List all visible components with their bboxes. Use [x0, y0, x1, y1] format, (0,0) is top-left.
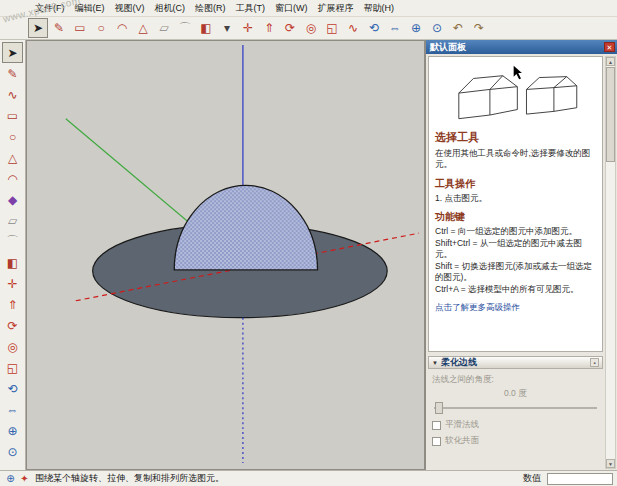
tool-palette: ➤ ✎ ∿ ▭ ○ △ ◠ ◆ ▱ ⌒ ◧ ✛ ⇑ ⟳ ◎ ◱ [0, 40, 26, 470]
menu-bar: 文件(F) 编辑(E) 视图(V) 相机(C) 绘图(R) 工具(T) 窗口(W… [0, 0, 617, 17]
zoom-tool-icon[interactable]: ⊕ [406, 18, 426, 38]
orbit-tool-icon[interactable]: ⟲ [2, 378, 23, 399]
cursor-arrow-icon [514, 66, 522, 80]
instructor-intro: 在使用其他工具或命令时,选择要修改的图元。 [435, 148, 596, 171]
instructor-modifiers-title: 功能键 [435, 210, 596, 224]
soften-edges-body: 法线之间的角度: 0.0 度 平滑法线 软化共面 [428, 369, 603, 447]
scroll-thumb[interactable] [606, 67, 615, 162]
instructor-operations-title: 工具操作 [435, 177, 596, 191]
soften-coplanar-checkbox[interactable] [432, 437, 441, 446]
menu-item[interactable]: 绘图(R) [190, 0, 231, 17]
measurements-input[interactable] [547, 473, 613, 485]
offset-tool-icon[interactable]: ◎ [2, 336, 23, 357]
instructor-tool-title: 选择工具 [435, 130, 596, 145]
line-tool-icon[interactable]: ✎ [49, 18, 69, 38]
dialog-pin-icon[interactable]: ▪ [590, 358, 599, 367]
menu-item[interactable]: 扩展程序 [313, 0, 359, 17]
eraser-tool-icon[interactable]: ▱ [2, 210, 23, 231]
polygon-tool-icon[interactable]: △ [2, 147, 23, 168]
instructor-modifier: Ctrl+A = 选择模型中的所有可见图元。 [435, 284, 596, 295]
dome-face-selected[interactable] [174, 185, 317, 270]
default-tray-panel: 默认面板 ✕ ▲ ▼ [425, 40, 617, 470]
make-component-icon[interactable]: ◆ [2, 189, 23, 210]
status-bar: ⊕ ✦ 围绕某个轴旋转、拉伸、复制和排列所选图元。 数值 [0, 470, 617, 486]
slider-track [434, 407, 597, 409]
scroll-down-icon[interactable]: ▼ [606, 459, 615, 468]
model-canvas[interactable] [27, 41, 424, 469]
pan-tool-icon[interactable]: ⇔ [2, 399, 23, 420]
smooth-normals-label: 平滑法线 [445, 419, 479, 431]
instructor-modifiers: Ctrl = 向一组选定的图元中添加图元。 Shift+Ctrl = 从一组选定… [435, 226, 596, 295]
viewport[interactable] [26, 40, 425, 470]
menu-item[interactable]: 窗口(W) [270, 0, 313, 17]
push-pull-tool-icon[interactable]: ⇑ [259, 18, 279, 38]
soften-edges-header[interactable]: ▼ 柔化边线 ▪ [428, 356, 603, 369]
top-toolbar: ➤ ✎ ▭ ○ ◠ △ ▱ ⌒ ◧ ▾ ✛ ⇑ ⟳ ◎ ◱ ∿ [0, 17, 617, 40]
geolocation-icon[interactable]: ⊕ [4, 472, 17, 485]
menu-item[interactable]: 视图(V) [110, 0, 150, 17]
slider-handle[interactable] [435, 402, 443, 414]
credits-icon[interactable]: ✦ [18, 472, 31, 485]
freehand-tool-icon[interactable]: ∿ [2, 84, 23, 105]
soften-edges-dialog: ▼ 柔化边线 ▪ 法线之间的角度: 0.0 度 平滑法线 [428, 356, 603, 447]
arc-tool-icon[interactable]: ◠ [2, 168, 23, 189]
tray-scrollbar[interactable]: ▲ ▼ [605, 56, 616, 469]
polygon-tool-icon[interactable]: △ [133, 18, 153, 38]
undo-icon[interactable]: ↶ [448, 18, 468, 38]
instructor-modifier: Shift = 切换选择图元(添加或减去一组选定的图元)。 [435, 261, 596, 284]
sketchup-window: www.xp510.com 文件(F) 编辑(E) 视图(V) 相机(C) 绘图… [0, 0, 617, 486]
offset-tool-icon[interactable]: ◎ [301, 18, 321, 38]
status-hint: 围绕某个轴旋转、拉伸、复制和排列所选图元。 [35, 472, 519, 485]
instructor-card: 选择工具 在使用其他工具或命令时,选择要修改的图元。 工具操作 1. 点击图元。… [428, 56, 603, 352]
zoom-tool-icon[interactable]: ⊕ [2, 420, 23, 441]
close-icon[interactable]: ✕ [604, 42, 615, 52]
instructor-operation: 1. 点击图元。 [435, 193, 596, 204]
house-sketch [435, 62, 596, 126]
instructor-modifier: Ctrl = 向一组选定的图元中添加图元。 [435, 226, 596, 237]
redo-icon[interactable]: ↷ [469, 18, 489, 38]
zoom-extents-tool-icon[interactable]: ⊙ [427, 18, 447, 38]
circle-tool-icon[interactable]: ○ [2, 126, 23, 147]
soften-edges-title: 柔化边线 [441, 356, 477, 369]
scale-tool-icon[interactable]: ◱ [2, 357, 23, 378]
follow-me-tool-icon[interactable]: ∿ [343, 18, 363, 38]
rectangle-tool-icon[interactable]: ▭ [70, 18, 90, 38]
smooth-normals-checkbox[interactable] [432, 421, 441, 430]
move-tool-icon[interactable]: ✛ [238, 18, 258, 38]
menu-item[interactable]: 相机(C) [150, 0, 191, 17]
angle-value: 0.0 度 [504, 388, 599, 400]
arc-tool-icon[interactable]: ◠ [112, 18, 132, 38]
eraser-tool-icon[interactable]: ▱ [154, 18, 174, 38]
instructor-operations: 1. 点击图元。 [435, 193, 596, 204]
scale-tool-icon[interactable]: ◱ [322, 18, 342, 38]
pan-tool-icon[interactable]: ⇔ [385, 18, 405, 38]
menu-item[interactable]: 工具(T) [231, 0, 271, 17]
tape-measure-tool-icon[interactable]: ⌒ [2, 231, 23, 252]
measurements-label: 数值 [523, 472, 541, 485]
menu-item[interactable]: 帮助(H) [359, 0, 400, 17]
orbit-tool-icon[interactable]: ⟲ [364, 18, 384, 38]
scroll-up-icon[interactable]: ▲ [606, 57, 615, 66]
select-tool-icon[interactable]: ➤ [2, 42, 23, 63]
zoom-extents-tool-icon[interactable]: ⊙ [2, 441, 23, 462]
status-icons: ⊕ ✦ [4, 472, 31, 485]
instructor-modifier: Shift+Ctrl = 从一组选定的图元中减去图元。 [435, 238, 596, 261]
line-tool-icon[interactable]: ✎ [2, 63, 23, 84]
move-tool-icon[interactable]: ✛ [2, 273, 23, 294]
paint-bucket-tool-icon[interactable]: ◧ [2, 252, 23, 273]
tray-content: 选择工具 在使用其他工具或命令时,选择要修改的图元。 工具操作 1. 点击图元。… [428, 56, 603, 468]
select-tool-icon[interactable]: ➤ [28, 18, 48, 38]
tape-measure-tool-icon[interactable]: ⌒ [175, 18, 195, 38]
tray-title[interactable]: 默认面板 [426, 40, 617, 54]
angle-slider[interactable] [432, 401, 599, 415]
advanced-operations-link[interactable]: 点击了解更多高级操作 [435, 302, 596, 314]
circle-tool-icon[interactable]: ○ [91, 18, 111, 38]
rotate-tool-icon[interactable]: ⟳ [280, 18, 300, 38]
paint-bucket-tool-icon[interactable]: ◧ [196, 18, 216, 38]
angle-between-normals-label: 法线之间的角度: [432, 374, 599, 386]
rectangle-tool-icon[interactable]: ▭ [2, 105, 23, 126]
push-pull-tool-icon[interactable]: ⇑ [2, 294, 23, 315]
styles-dropdown-icon[interactable]: ▾ [217, 18, 237, 38]
rotate-tool-icon[interactable]: ⟳ [2, 315, 23, 336]
collapse-icon[interactable]: ▼ [432, 360, 438, 366]
